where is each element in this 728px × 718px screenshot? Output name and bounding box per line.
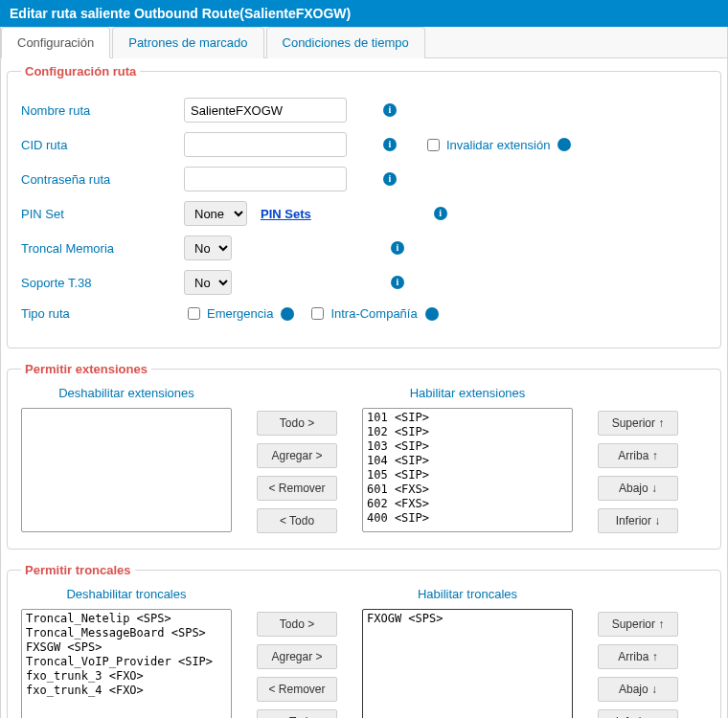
- listbox-enabled-trunks[interactable]: FXOGW <SPS>: [362, 609, 573, 718]
- info-icon[interactable]: i: [425, 307, 439, 321]
- checkbox-emergency[interactable]: [188, 307, 200, 320]
- list-item[interactable]: 400 <SIP>: [365, 511, 570, 526]
- btn-ext-up[interactable]: Arriba ↑: [598, 443, 678, 468]
- btn-ext-down[interactable]: Abajo ↓: [598, 476, 678, 501]
- list-item[interactable]: 103 <SIP>: [365, 439, 570, 454]
- info-icon[interactable]: i: [434, 207, 447, 220]
- listbox-enabled-extensions[interactable]: 101 <SIP>102 <SIP>103 <SIP>104 <SIP>105 …: [362, 408, 573, 532]
- fieldset-route-config: Configuración ruta Nombre ruta i CID rut…: [7, 64, 721, 348]
- label-mem-trunk: Troncal Memoria: [21, 241, 184, 256]
- tab-config[interactable]: Configuración: [1, 27, 110, 58]
- header-enable-extensions: Habilitar extensiones: [410, 386, 526, 400]
- list-item[interactable]: 102 <SIP>: [365, 425, 570, 439]
- legend-route-config: Configuración ruta: [21, 64, 140, 79]
- tab-conditions[interactable]: Condiciones de tiempo: [266, 27, 425, 58]
- btn-trunk-up[interactable]: Arriba ↑: [598, 644, 678, 669]
- list-item[interactable]: fxo_trunk_4 <FXO>: [24, 684, 229, 698]
- list-item[interactable]: FXSGW <SPS>: [24, 640, 229, 655]
- checkbox-override-extension[interactable]: [427, 139, 440, 151]
- header-disable-extensions: Deshabilitar extensiones: [58, 386, 194, 400]
- btn-ext-top[interactable]: Superior ↑: [598, 411, 678, 436]
- select-mem-trunk[interactable]: No: [184, 236, 232, 260]
- info-icon[interactable]: i: [391, 276, 404, 289]
- info-icon[interactable]: i: [383, 138, 397, 151]
- fieldset-allow-extensions: Permitir extensiones Deshabilitar extens…: [7, 362, 721, 550]
- select-t38[interactable]: No: [184, 270, 232, 295]
- tab-patterns[interactable]: Patrones de marcado: [112, 27, 263, 58]
- listbox-disabled-extensions[interactable]: [21, 408, 232, 532]
- info-icon[interactable]: i: [391, 241, 404, 255]
- header-disable-trunks: Deshabilitar troncales: [66, 587, 186, 601]
- list-item[interactable]: 105 <SIP>: [365, 468, 570, 482]
- tab-bar: Configuración Patrones de marcado Condic…: [1, 27, 727, 58]
- list-item[interactable]: Troncal_VoIP_Provider <SIP>: [24, 655, 229, 669]
- info-icon[interactable]: i: [383, 103, 397, 117]
- btn-trunk-add[interactable]: Agregar >: [257, 644, 337, 669]
- btn-trunk-all[interactable]: Todo >: [257, 612, 337, 637]
- checkbox-intra-company[interactable]: [311, 307, 324, 320]
- list-item[interactable]: FXOGW <SPS>: [365, 612, 570, 626]
- info-icon[interactable]: i: [557, 138, 571, 151]
- list-item[interactable]: Troncal_MessageBoard <SPS>: [24, 626, 229, 640]
- label-route-cid: CID ruta: [21, 138, 184, 152]
- label-t38: Soporte T.38: [21, 276, 184, 290]
- select-pin-set[interactable]: None: [184, 201, 247, 226]
- label-route-name: Nombre ruta: [21, 103, 184, 118]
- label-route-type: Tipo ruta: [21, 306, 184, 321]
- btn-trunk-allback[interactable]: < Todo: [257, 709, 337, 718]
- btn-trunk-bottom[interactable]: Inferior ↓: [598, 709, 678, 718]
- input-route-password[interactable]: [184, 167, 347, 191]
- label-pin-set: PIN Set: [21, 207, 184, 221]
- list-item[interactable]: fxo_trunk_3 <FXO>: [24, 669, 229, 684]
- list-item[interactable]: Troncal_Netelip <SPS>: [24, 612, 229, 626]
- label-emergency: Emergencia: [207, 306, 273, 321]
- listbox-disabled-trunks[interactable]: Troncal_Netelip <SPS>Troncal_MessageBoar…: [21, 609, 232, 718]
- btn-ext-all[interactable]: Todo >: [257, 411, 337, 436]
- label-route-password: Contraseña ruta: [21, 172, 184, 187]
- list-item[interactable]: 601 <FXS>: [365, 482, 570, 497]
- btn-ext-bottom[interactable]: Inferior ↓: [598, 508, 678, 533]
- header-enable-trunks: Habilitar troncales: [418, 587, 517, 601]
- label-intra-company: Intra-Compañía: [330, 306, 417, 321]
- list-item[interactable]: 602 <FXS>: [365, 497, 570, 511]
- fieldset-allow-trunks: Permitir troncales Deshabilitar troncale…: [7, 563, 721, 718]
- input-route-cid[interactable]: [184, 132, 347, 157]
- legend-allow-trunks: Permitir troncales: [21, 563, 135, 577]
- main-panel: Configuración Patrones de marcado Condic…: [0, 27, 728, 718]
- list-item[interactable]: 104 <SIP>: [365, 454, 570, 468]
- btn-ext-allback[interactable]: < Todo: [257, 508, 337, 533]
- link-pin-sets[interactable]: PIN Sets: [261, 207, 311, 221]
- legend-allow-extensions: Permitir extensiones: [21, 362, 151, 376]
- btn-trunk-remove[interactable]: < Remover: [257, 677, 337, 702]
- btn-ext-remove[interactable]: < Remover: [257, 476, 337, 501]
- label-override-extension: Invalidar extensión: [446, 138, 550, 152]
- info-icon[interactable]: i: [383, 172, 397, 186]
- info-icon[interactable]: i: [281, 307, 294, 321]
- btn-ext-add[interactable]: Agregar >: [257, 443, 337, 468]
- list-item[interactable]: 101 <SIP>: [365, 411, 570, 425]
- btn-trunk-down[interactable]: Abajo ↓: [598, 677, 678, 702]
- btn-trunk-top[interactable]: Superior ↑: [598, 612, 678, 637]
- input-route-name[interactable]: [184, 98, 347, 123]
- page-title: Editar ruta saliente Outbound Route(Sali…: [0, 0, 728, 27]
